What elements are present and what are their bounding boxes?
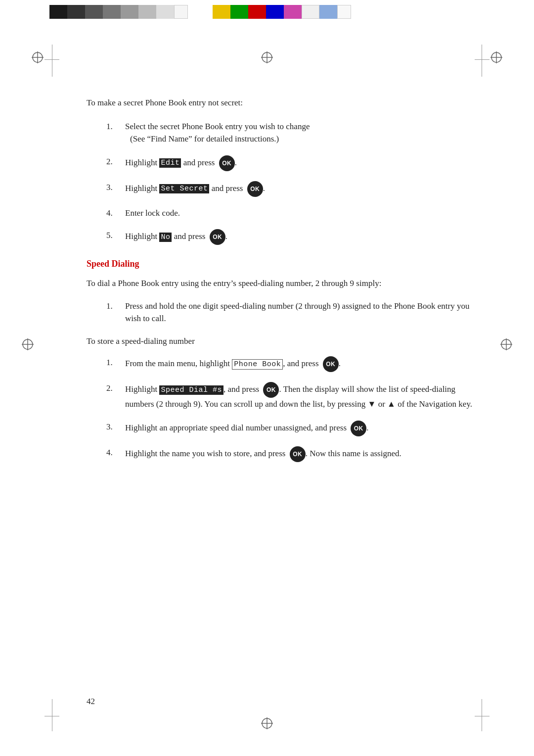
list-content: Highlight Edit and press OK. [125, 155, 475, 171]
list-text: Highlight the name you wish to store, an… [125, 448, 288, 458]
list-prefix: From the main menu, highlight [125, 359, 232, 368]
list-prefix: Highlight [125, 183, 159, 192]
list-item: 2. Highlight Speed Dial #s, and press OK… [106, 382, 475, 411]
list-item: 1. Select the secret Phone Book entry yo… [106, 120, 475, 145]
list-number: 5. [106, 229, 125, 245]
color-bar-right [213, 5, 351, 19]
intro-text: To make a secret Phone Book entry not se… [87, 96, 475, 109]
list-content: Highlight No and press OK. [125, 229, 475, 245]
reg-mark-left-mid [20, 336, 36, 352]
list-section-1: 1. Select the secret Phone Book entry yo… [106, 120, 475, 245]
main-content: To make a secret Phone Book entry not se… [87, 96, 475, 472]
list-suffix: and press [181, 157, 217, 167]
list-prefix: Highlight [125, 384, 159, 394]
list-number: 3. [106, 181, 125, 197]
list-content: Highlight the name you wish to store, an… [125, 446, 475, 462]
list-text: Enter lock code. [125, 208, 180, 218]
list-suffix: and press [209, 183, 245, 192]
margin-line-right-vert [482, 45, 482, 77]
list-text: Press and hold the one digit speed-diali… [125, 301, 469, 324]
ok-button: OK [247, 181, 263, 197]
list-number: 4. [106, 446, 125, 462]
list-suffix: , and press [283, 359, 320, 368]
highlight-speed-dial: Speed Dial #s [159, 385, 223, 395]
reg-mark-right-mid [498, 336, 514, 352]
list-content: Press and hold the one digit speed-diali… [125, 300, 475, 325]
list-item: 2. Highlight Edit and press OK. [106, 155, 475, 171]
list-item: 1. From the main menu, highlight Phone B… [106, 356, 475, 372]
reg-mark-top-right [489, 49, 504, 65]
section-intro: To dial a Phone Book entry using the ent… [87, 277, 475, 290]
color-bar-left [49, 5, 188, 19]
list-number: 1. [106, 300, 125, 325]
list-prefix: Highlight [125, 157, 159, 167]
ok-button: OK [290, 446, 306, 462]
margin-line-bottom-left-vert [52, 699, 52, 731]
list-number: 3. [106, 421, 125, 436]
speed-dial-list-1: 1. Press and hold the one digit speed-di… [106, 300, 475, 325]
list-content: Enter lock code. [125, 207, 475, 220]
speed-dialing-section: Speed Dialing To dial a Phone Book entry… [87, 259, 475, 462]
margin-line-top-right [475, 59, 490, 60]
list-item: 4. Highlight the name you wish to store,… [106, 446, 475, 462]
period: . [339, 359, 341, 368]
period: . [263, 183, 265, 192]
list-item: 4. Enter lock code. [106, 207, 475, 220]
period: . [235, 157, 237, 167]
list-number: 4. [106, 207, 125, 220]
period: . [366, 423, 368, 432]
margin-line-bottom-right-vert [482, 699, 482, 731]
list-text: Highlight an appropriate speed dial numb… [125, 423, 349, 432]
list-content: Highlight an appropriate speed dial numb… [125, 421, 475, 436]
ok-button: OK [323, 356, 339, 372]
list-number: 1. [106, 120, 125, 145]
list-subtext: (See “Find Name” for detailed instructio… [125, 134, 279, 143]
list-content: From the main menu, highlight Phone Book… [125, 356, 475, 372]
list-number: 2. [106, 382, 125, 411]
highlight-edit: Edit [159, 158, 181, 168]
list-text: Select the secret Phone Book entry you w… [125, 122, 310, 131]
reg-mark-top-left [30, 49, 45, 65]
list-number: 2. [106, 155, 125, 171]
list-content: Select the secret Phone Book entry you w… [125, 120, 475, 145]
list-number: 1. [106, 356, 125, 372]
list-item: 3. Highlight Set Secret and press OK. [106, 181, 475, 197]
list-item: 5. Highlight No and press OK. [106, 229, 475, 245]
list-item: 3. Highlight an appropriate speed dial n… [106, 421, 475, 436]
ok-button: OK [219, 155, 235, 171]
page-number: 42 [87, 697, 95, 707]
reg-mark-top-center [259, 49, 275, 65]
speed-dial-list-2: 1. From the main menu, highlight Phone B… [106, 356, 475, 462]
section-heading: Speed Dialing [87, 259, 475, 269]
highlight-no: No [159, 233, 172, 242]
ok-button: OK [263, 382, 279, 398]
list-prefix: Highlight [125, 232, 159, 241]
store-text: To store a speed-dialing number [87, 335, 475, 348]
highlight-phone-book: Phone Book [232, 359, 283, 370]
margin-line-left-vert [52, 45, 52, 77]
margin-line-bottom-right [475, 716, 490, 716]
list-suffix: , and press [223, 384, 261, 394]
list-suffix: and press [172, 232, 207, 241]
list-suffix2: . Now this name is assigned. [306, 448, 401, 458]
list-item: 1. Press and hold the one digit speed-di… [106, 300, 475, 325]
period: . [225, 232, 227, 241]
ok-button: OK [351, 421, 366, 436]
highlight-set-secret: Set Secret [159, 184, 209, 193]
list-content: Highlight Set Secret and press OK. [125, 181, 475, 197]
reg-mark-bottom-center [259, 715, 275, 731]
ok-button: OK [210, 229, 225, 245]
list-content: Highlight Speed Dial #s, and press OK. T… [125, 382, 475, 411]
